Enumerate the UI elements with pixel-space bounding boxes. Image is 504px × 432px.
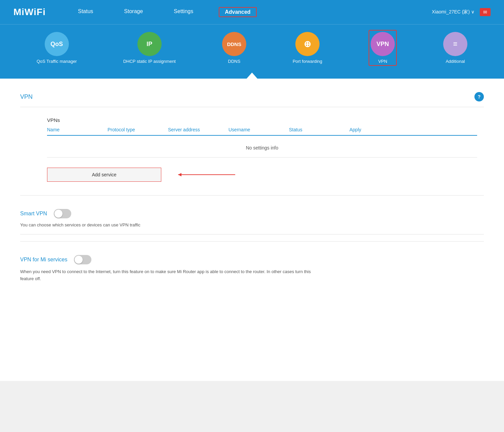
additional-circle: ≡ — [443, 32, 467, 56]
additional-text: Additional — [446, 59, 465, 64]
th-username: Username — [228, 127, 289, 132]
advanced-nav-bar: QoS QoS Traffic manager IP DHCP static I… — [0, 24, 504, 73]
content-area: VPN ? VPNs Name Protocol type Server add… — [0, 79, 504, 381]
ip-circle: IP — [137, 32, 162, 56]
help-icon[interactable]: ? — [474, 92, 484, 101]
port-label: ⊕ — [304, 39, 311, 49]
user-name[interactable]: Xiaomi_27EC (家) ∨ — [432, 9, 474, 15]
smart-vpn-toggle[interactable] — [54, 209, 71, 218]
vpn-mi-row: VPN for Mi services — [20, 255, 484, 264]
header: MiWiFi Status Storage Settings Advanced … — [0, 0, 504, 24]
nav-advanced[interactable]: Advanced — [219, 7, 256, 17]
nav-icon-qos[interactable]: QoS QoS Traffic manager — [37, 32, 77, 64]
divider-2 — [20, 241, 484, 242]
smart-vpn-section: Smart VPN You can choose which services … — [20, 202, 484, 234]
table-empty-msg: No settings info — [47, 138, 477, 158]
ddns-label: DDNS — [227, 41, 242, 47]
qos-label: QoS — [50, 41, 63, 48]
nav-icon-ddns[interactable]: DDNS DDNS — [222, 32, 246, 64]
nav-storage[interactable]: Storage — [119, 7, 148, 17]
ip-label: IP — [146, 41, 152, 48]
vpn-circle: VPN — [371, 32, 395, 56]
additional-label: ≡ — [453, 40, 458, 48]
smart-vpn-row: Smart VPN — [20, 209, 484, 218]
smart-vpn-desc: You can choose which services or devices… — [20, 222, 484, 227]
th-server: Server address — [168, 127, 228, 132]
vpns-label: VPNs — [47, 117, 477, 123]
smart-vpn-label: Smart VPN — [20, 211, 47, 217]
th-apply: Apply — [349, 127, 390, 132]
th-status: Status — [289, 127, 349, 132]
nav-icon-port[interactable]: ⊕ Port forwarding — [293, 32, 322, 64]
pointer-container — [0, 73, 504, 79]
table-header: Name Protocol type Server address Userna… — [47, 127, 477, 136]
vpn-mi-toggle[interactable] — [74, 255, 91, 264]
nav-settings[interactable]: Settings — [168, 7, 199, 17]
ddns-circle: DDNS — [222, 32, 246, 56]
vpns-table: VPNs Name Protocol type Server address U… — [47, 117, 477, 158]
nav-icon-ip[interactable]: IP DHCP static IP assignment — [123, 32, 176, 64]
add-service-button[interactable]: Add service — [47, 168, 161, 182]
nav-icon-additional[interactable]: ≡ Additional — [443, 32, 467, 64]
vpn-circle-label: VPN — [377, 41, 389, 48]
header-right: Xiaomi_27EC (家) ∨ ✉ — [432, 8, 491, 16]
port-circle: ⊕ — [295, 32, 320, 56]
ip-text: DHCP static IP assignment — [123, 59, 176, 64]
vpn-mi-toggle-knob — [75, 256, 83, 264]
nav-status[interactable]: Status — [73, 7, 98, 17]
qos-circle: QoS — [45, 32, 69, 56]
vpn-wrapper: VPN VPN — [369, 30, 397, 66]
th-protocol: Protocol type — [108, 127, 168, 132]
ddns-text: DDNS — [228, 59, 241, 64]
vpn-mi-desc: When you need VPN to connect to the Inte… — [20, 268, 323, 283]
svg-marker-1 — [178, 173, 181, 176]
vpn-mi-label: VPN for Mi services — [20, 257, 67, 263]
toggle-knob — [54, 210, 62, 218]
divider-1 — [20, 195, 484, 196]
th-name: Name — [47, 127, 108, 132]
nav-icon-vpn[interactable]: VPN VPN — [371, 32, 395, 64]
vpn-text: VPN — [378, 59, 387, 64]
vpn-section-title: VPN — [20, 93, 33, 100]
add-service-row: Add service — [47, 168, 484, 182]
add-service-arrow — [175, 171, 242, 178]
port-text: Port forwarding — [293, 59, 322, 64]
vpn-mi-section: VPN for Mi services When you need VPN to… — [20, 248, 484, 289]
main-nav: Status Storage Settings Advanced — [73, 7, 432, 17]
logo: MiWiFi — [13, 7, 46, 17]
mail-icon[interactable]: ✉ — [480, 8, 491, 16]
vpn-section-header: VPN ? — [20, 92, 484, 107]
pointer-triangle — [247, 73, 257, 79]
qos-text: QoS Traffic manager — [37, 59, 77, 64]
